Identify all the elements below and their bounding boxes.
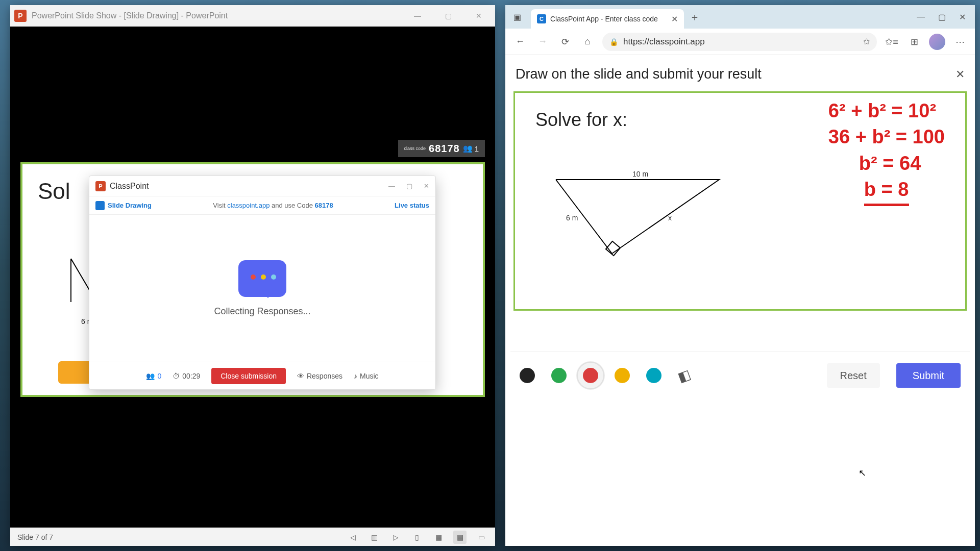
- home-button[interactable]: ⌂: [580, 34, 595, 49]
- close-button[interactable]: ✕: [470, 9, 488, 23]
- work-line-2: 36 + b² = 100: [828, 124, 945, 150]
- forward-button[interactable]: →: [535, 34, 550, 49]
- slide: Sol 6 m P ClassPoint —: [20, 162, 485, 397]
- triangle-diagram: 10 m 6 m x: [546, 169, 729, 261]
- classpoint-modal: P ClassPoint — ▢ ✕ Slide Drawing: [89, 176, 436, 390]
- slide-title: Sol: [38, 179, 70, 204]
- refresh-button[interactable]: ⟳: [557, 34, 573, 49]
- maximize-button[interactable]: ▢: [938, 12, 946, 22]
- draw-prompt: Draw on the slide and submit your result: [516, 66, 762, 82]
- slideshow-icon[interactable]: ▭: [475, 531, 488, 544]
- class-code: 68178: [429, 143, 460, 155]
- modal-close-button[interactable]: ✕: [424, 182, 429, 190]
- responses-button[interactable]: 👁 Responses: [297, 372, 342, 380]
- eraser-icon[interactable]: ◧: [675, 366, 693, 385]
- class-code-label: class code: [404, 146, 426, 151]
- edge-window: ▣ C ClassPoint App - Enter class code ✕ …: [505, 5, 975, 546]
- hypotenuse-label: 10 m: [632, 170, 648, 178]
- eye-icon: 👁: [297, 372, 304, 380]
- browser-tab[interactable]: C ClassPoint App - Enter class code ✕: [531, 9, 684, 29]
- powerpoint-icon: P: [14, 10, 27, 22]
- address-bar[interactable]: 🔒 https://classpoint.app ✩: [602, 33, 877, 51]
- work-line-1: 6² + b² = 10²: [828, 98, 945, 124]
- visit-instruction: Visit classpoint.app and use Code 68178: [158, 202, 388, 209]
- timer: ⏱ 00:29: [173, 372, 200, 380]
- minimize-button[interactable]: —: [917, 12, 925, 22]
- classpoint-subbar: Slide Drawing Visit classpoint.app and u…: [89, 196, 435, 215]
- pen-teal[interactable]: [646, 368, 662, 383]
- side-x-label: x: [668, 214, 672, 222]
- people-icon: 👥: [463, 144, 473, 153]
- tab-title: ClassPoint App - Enter class code: [550, 15, 667, 23]
- add-favorite-icon[interactable]: ✩: [863, 37, 870, 46]
- profile-avatar[interactable]: [929, 34, 945, 50]
- tab-favicon: C: [537, 14, 546, 23]
- minimize-button[interactable]: —: [408, 9, 427, 23]
- clock-icon: ⏱: [173, 372, 180, 380]
- url-text: https://classpoint.app: [623, 37, 858, 47]
- pen-yellow[interactable]: [615, 368, 630, 383]
- music-icon: ♪: [354, 372, 357, 380]
- modal-maximize-button[interactable]: ▢: [406, 182, 412, 190]
- student-handwriting: 6² + b² = 10² 36 + b² = 100 b² = 64 b = …: [828, 98, 945, 206]
- close-submission-button[interactable]: Close submission: [211, 368, 286, 384]
- reset-button[interactable]: Reset: [827, 363, 880, 388]
- visit-domain-link[interactable]: classpoint.app: [227, 202, 270, 209]
- close-prompt-icon[interactable]: ✕: [955, 68, 965, 81]
- collections-icon[interactable]: ⊞: [906, 34, 922, 49]
- participant-counter[interactable]: 👥 0: [146, 372, 161, 380]
- reading-view-icon[interactable]: ▯: [410, 531, 424, 544]
- visit-code: 68178: [315, 202, 333, 209]
- work-line-4: b = 8: [828, 177, 945, 206]
- music-button[interactable]: ♪ Music: [354, 372, 379, 380]
- powerpoint-window: P PowerPoint Slide Show - [Slide Drawing…: [10, 5, 495, 546]
- tab-close-icon[interactable]: ✕: [671, 14, 678, 24]
- pen-red[interactable]: [583, 368, 598, 383]
- live-status-link[interactable]: Live status: [395, 202, 429, 209]
- classpoint-brand: ClassPoint: [110, 182, 384, 191]
- notes-icon[interactable]: ▥: [368, 531, 381, 544]
- slide-drawing-chip[interactable]: Slide Drawing: [95, 201, 152, 210]
- classpoint-app-page: Draw on the slide and submit your result…: [505, 55, 975, 546]
- more-menu-icon[interactable]: ⋯: [952, 34, 968, 49]
- submit-button[interactable]: Submit: [896, 363, 961, 388]
- classpoint-footer: 👥 0 ⏱ 00:29 Close submission 👁 Responses: [89, 362, 435, 389]
- pen-green[interactable]: [551, 368, 567, 383]
- collecting-status: Collecting Responses...: [214, 306, 310, 317]
- forward-icon[interactable]: ▷: [389, 531, 402, 544]
- side-a-label: 6 m: [566, 214, 578, 222]
- slide-counter: Slide 7 of 7: [17, 533, 53, 541]
- people-icon: 👥: [146, 372, 155, 380]
- powerpoint-title: PowerPoint Slide Show - [Slide Drawing] …: [32, 11, 403, 20]
- back-icon[interactable]: ◁: [346, 531, 359, 544]
- modal-minimize-button[interactable]: —: [388, 182, 395, 190]
- drawing-toolbar: ◧ Reset Submit: [510, 352, 970, 399]
- slide-drawing-icon: [95, 201, 105, 210]
- solve-label: Solve for x:: [535, 109, 627, 131]
- classpoint-body: Collecting Responses...: [89, 215, 435, 362]
- slide-sorter-icon[interactable]: ▦: [432, 531, 445, 544]
- new-tab-button[interactable]: ＋: [687, 9, 702, 24]
- participant-count: 👥 1: [463, 144, 479, 153]
- slide-drawing-label: Slide Drawing: [108, 202, 152, 209]
- pen-black[interactable]: [520, 368, 535, 383]
- normal-view-icon[interactable]: ▤: [453, 531, 467, 544]
- edge-tabstrip: ▣ C ClassPoint App - Enter class code ✕ …: [505, 5, 975, 29]
- edge-toolbar: ← → ⟳ ⌂ 🔒 https://classpoint.app ✩ ✩≡ ⊞ …: [505, 29, 975, 55]
- powerpoint-titlebar: P PowerPoint Slide Show - [Slide Drawing…: [10, 5, 495, 27]
- lock-icon: 🔒: [609, 38, 618, 46]
- powerpoint-statusbar: Slide 7 of 7 ◁ ▥ ▷ ▯ ▦ ▤ ▭: [10, 528, 495, 546]
- close-button[interactable]: ✕: [959, 12, 966, 22]
- class-code-overlay[interactable]: class code 68178 👥 1: [398, 140, 485, 157]
- back-button[interactable]: ←: [512, 34, 528, 49]
- drawing-canvas[interactable]: Solve for x: 10 m 6 m x 6² + b² = 10² 36…: [513, 91, 967, 311]
- powerpoint-stage: class code 68178 👥 1 Sol 6 m: [10, 27, 495, 528]
- classpoint-titlebar: P ClassPoint — ▢ ✕: [89, 176, 435, 196]
- speech-bubble-icon: [238, 260, 286, 297]
- classpoint-logo-icon: P: [95, 181, 106, 191]
- favorites-icon[interactable]: ✩≡: [884, 34, 899, 49]
- work-line-3: b² = 64: [828, 151, 945, 177]
- maximize-button[interactable]: ▢: [439, 9, 457, 23]
- tab-actions-icon[interactable]: ▣: [509, 9, 525, 24]
